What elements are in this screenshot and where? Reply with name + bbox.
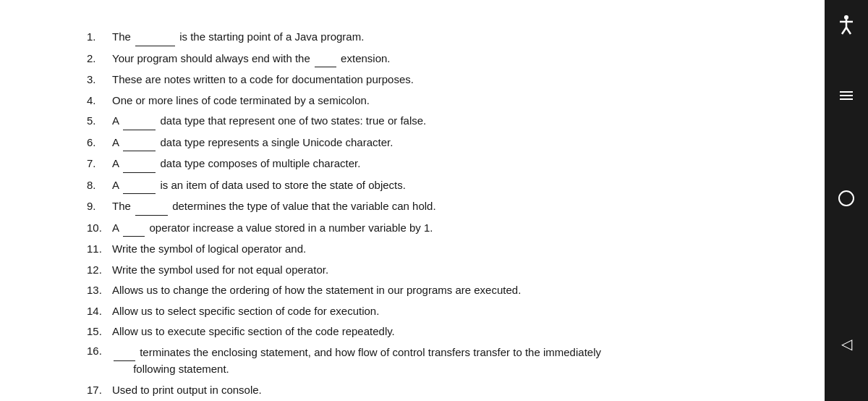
q16-text: terminates the enclosing statement, and … — [112, 345, 601, 378]
q6-number: 6. — [87, 135, 112, 152]
q14-text: Allow us to select specific section of c… — [112, 303, 379, 320]
question-16: 16. terminates the enclosing statement, … — [87, 345, 781, 378]
blank — [123, 113, 156, 130]
q13-text: Allows us to change the ordering of how … — [112, 282, 521, 299]
svg-point-0 — [844, 15, 848, 20]
question-13: 13. Allows us to change the ordering of … — [87, 282, 781, 299]
q17-number: 17. — [87, 382, 112, 399]
right-sidebar: ◁ — [825, 0, 868, 401]
q1-number: 1. — [87, 29, 112, 46]
svg-line-3 — [842, 28, 846, 34]
q14-number: 14. — [87, 303, 112, 320]
question-7: 7. A data type composes of multiple char… — [87, 156, 781, 173]
q6-text: A data type represents a single Unicode … — [112, 135, 393, 152]
question-2: 2. Your program should always end with t… — [87, 51, 781, 68]
question-17: 17. Used to print output in console. — [87, 382, 781, 399]
q10-number: 10. — [87, 220, 112, 237]
blank — [123, 135, 156, 152]
q12-number: 12. — [87, 262, 112, 279]
question-8: 8. A is an item of data used to store th… — [87, 177, 781, 195]
question-1: 1. The is the starting point of a Java p… — [87, 29, 781, 46]
q9-text: The determines the type of value that th… — [112, 198, 436, 216]
q13-number: 13. — [87, 282, 112, 299]
q9-number: 9. — [87, 198, 112, 216]
q5-text: A data type that represent one of two st… — [112, 113, 426, 130]
menu-line-3 — [840, 98, 853, 100]
blank — [123, 177, 156, 195]
question-9: 9. The determines the type of value that… — [87, 198, 781, 216]
question-12: 12. Write the symbol used for not equal … — [87, 262, 781, 279]
question-3: 3. These are notes written to a code for… — [87, 72, 781, 88]
blank — [135, 198, 168, 216]
circle-icon[interactable] — [838, 190, 854, 206]
q16-number: 16. — [87, 345, 112, 378]
q1-text: The is the starting point of a Java prog… — [112, 29, 364, 46]
q17-text: Used to print output in console. — [112, 382, 262, 399]
accessibility-icon — [838, 14, 854, 39]
menu-line-2 — [840, 95, 853, 96]
q2-number: 2. — [87, 51, 112, 68]
question-6: 6. A data type represents a single Unico… — [87, 135, 781, 152]
blank — [123, 220, 145, 237]
menu-line-1 — [840, 91, 853, 93]
question-5: 5. A data type that represent one of two… — [87, 113, 781, 130]
q8-text: A is an item of data used to store the s… — [112, 177, 406, 195]
question-10: 10. A operator increase a value stored i… — [87, 220, 781, 237]
q4-text: One or more lines of code terminated by … — [112, 93, 370, 109]
menu-icon[interactable] — [840, 91, 853, 100]
q2-text: Your program should always end with the … — [112, 51, 391, 68]
blank — [315, 51, 336, 68]
q8-number: 8. — [87, 177, 112, 195]
q15-number: 15. — [87, 324, 112, 340]
chevron-left-icon[interactable]: ◁ — [841, 335, 852, 353]
blank — [114, 345, 135, 362]
question-list: 1. The is the starting point of a Java p… — [87, 29, 781, 401]
q4-number: 4. — [87, 93, 112, 109]
blank — [135, 29, 175, 46]
q3-text: These are notes written to a code for do… — [112, 72, 414, 88]
question-4: 4. One or more lines of code terminated … — [87, 93, 781, 109]
q7-number: 7. — [87, 156, 112, 173]
svg-line-4 — [846, 28, 851, 34]
q3-number: 3. — [87, 72, 112, 88]
question-14: 14. Allow us to select specific section … — [87, 303, 781, 320]
q5-number: 5. — [87, 113, 112, 130]
q11-number: 11. — [87, 241, 112, 258]
question-15: 15. Allow us to execute specific section… — [87, 324, 781, 340]
q7-text: A data type composes of multiple charact… — [112, 156, 360, 173]
q12-text: Write the symbol used for not equal oper… — [112, 262, 328, 279]
main-content: 1. The is the starting point of a Java p… — [0, 0, 825, 401]
q15-text: Allow us to execute specific section of … — [112, 324, 395, 340]
q11-text: Write the symbol of logical operator and… — [112, 241, 306, 258]
blank — [123, 156, 156, 173]
question-11: 11. Write the symbol of logical operator… — [87, 241, 781, 258]
q10-text: A operator increase a value stored in a … — [112, 220, 433, 237]
